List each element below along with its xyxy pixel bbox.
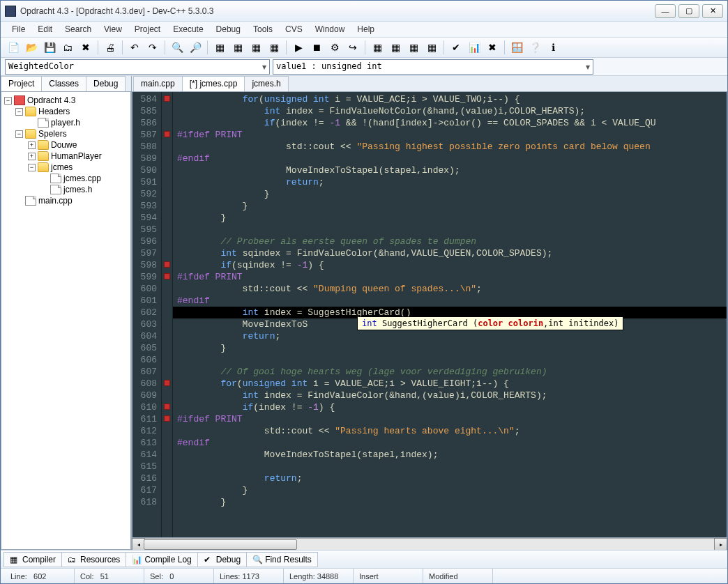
- code-line[interactable]: int sqindex = FindValueColor(&hand,VALUE…: [173, 247, 727, 259]
- window-button[interactable]: 🪟: [508, 39, 525, 56]
- fold-marker[interactable]: [164, 261, 170, 268]
- menu-item-view[interactable]: View: [98, 23, 128, 36]
- fold-marker[interactable]: [164, 380, 170, 386]
- compile-run-button[interactable]: ▦: [248, 39, 264, 56]
- code-line[interactable]: for(unsigned int i = VALUE_ACE;i > VALUE…: [173, 93, 727, 105]
- left-tab-classes[interactable]: Classes: [41, 76, 86, 91]
- fold-marker[interactable]: [164, 415, 170, 422]
- code-line[interactable]: return;: [173, 330, 727, 342]
- open-button[interactable]: 📂: [23, 39, 40, 56]
- code-line[interactable]: #ifdef PRINT: [173, 129, 727, 141]
- bottom-tab-find-results[interactable]: 🔍Find Results: [246, 552, 318, 567]
- menu-item-debug[interactable]: Debug: [211, 23, 246, 36]
- debug-button[interactable]: ▶: [290, 39, 307, 56]
- code-line[interactable]: // Probeer als eerste queen of spades te…: [173, 236, 727, 247]
- code-line[interactable]: }: [173, 496, 727, 508]
- code-lines[interactable]: for(unsigned int i = VALUE_ACE;i > VALUE…: [173, 92, 727, 537]
- chart-button[interactable]: 📊: [466, 39, 483, 56]
- menu-item-execute[interactable]: Execute: [167, 23, 208, 36]
- find-button[interactable]: 🔍: [169, 39, 185, 56]
- code-line[interactable]: }: [173, 188, 727, 200]
- tree-folder[interactable]: −Spelers: [3, 128, 129, 139]
- code-line[interactable]: MoveIndexToStapel(stapel,index);: [173, 164, 727, 176]
- help-button[interactable]: ❔: [526, 39, 543, 56]
- code-line[interactable]: std::cout << "Dumping queen of spades...…: [173, 283, 727, 295]
- compile-button[interactable]: ▦: [211, 39, 228, 56]
- horizontal-scrollbar[interactable]: [132, 538, 727, 550]
- tree-folder[interactable]: +HumanPlayer: [3, 151, 129, 162]
- left-tab-project[interactable]: Project: [1, 76, 42, 91]
- bottom-tab-compiler[interactable]: ▦Compiler: [3, 552, 62, 567]
- fold-marker[interactable]: [164, 273, 170, 279]
- save-all-button[interactable]: 🗂: [59, 39, 76, 56]
- code-line[interactable]: std::cout << "Passing hearts above eight…: [173, 425, 727, 437]
- code-line[interactable]: if(sqindex != -1) {: [173, 259, 727, 271]
- close-button[interactable]: ✕: [702, 4, 723, 18]
- code-line[interactable]: }: [173, 212, 727, 224]
- fold-marker[interactable]: [164, 404, 170, 410]
- project-tree[interactable]: −Opdracht 4.3 −Headers player.h −Spelers…: [1, 91, 131, 550]
- code-line[interactable]: }: [173, 200, 727, 212]
- member-combo[interactable]: value1 : unsigned int: [273, 59, 593, 75]
- profile-button[interactable]: ⚙: [326, 39, 343, 56]
- new-class-button[interactable]: ▦: [369, 39, 386, 56]
- code-editor[interactable]: 5845855865875885895905915925935945955965…: [132, 91, 727, 538]
- run-button[interactable]: ▦: [229, 39, 246, 56]
- code-line[interactable]: [173, 461, 727, 472]
- fold-marker[interactable]: [164, 95, 170, 102]
- editor-tab[interactable]: [*] jcmes.cpp: [182, 76, 245, 91]
- code-line[interactable]: #endif: [173, 437, 727, 449]
- tree-file[interactable]: jcmes.cpp: [3, 173, 129, 184]
- menu-item-project[interactable]: Project: [129, 23, 166, 36]
- about-button[interactable]: ℹ: [545, 39, 561, 56]
- tree-folder[interactable]: +Douwe: [3, 139, 129, 151]
- bookmark-button[interactable]: ▦: [405, 39, 422, 56]
- code-line[interactable]: #endif: [173, 295, 727, 307]
- menu-item-edit[interactable]: Edit: [32, 23, 58, 36]
- menu-item-file[interactable]: File: [6, 23, 31, 36]
- code-line[interactable]: #ifdef PRINT: [173, 271, 727, 283]
- redo-button[interactable]: ↷: [144, 39, 161, 56]
- code-line[interactable]: MoveIndexToStapel(stapel,index);: [173, 449, 727, 461]
- check-button[interactable]: ✔: [448, 39, 464, 56]
- save-button[interactable]: 💾: [41, 39, 58, 56]
- replace-button[interactable]: 🔎: [187, 39, 204, 56]
- insert-button[interactable]: ▦: [387, 39, 404, 56]
- tree-folder[interactable]: −Headers: [3, 106, 129, 117]
- code-line[interactable]: // Of gooi hoge hearts weg (lage voor ve…: [173, 366, 727, 378]
- menu-item-tools[interactable]: Tools: [248, 23, 278, 36]
- fold-strip[interactable]: [162, 92, 173, 537]
- new-file-button[interactable]: 📄: [5, 39, 22, 56]
- bottom-tab-compile-log[interactable]: 📊Compile Log: [126, 552, 197, 567]
- close-file-button[interactable]: ✖: [77, 39, 94, 56]
- tree-file[interactable]: main.cpp: [3, 195, 129, 206]
- editor-tab[interactable]: main.cpp: [133, 76, 183, 91]
- code-line[interactable]: }: [173, 342, 727, 354]
- code-line[interactable]: for(unsigned int i = VALUE_ACE;i > VALUE…: [173, 378, 727, 390]
- code-line[interactable]: [173, 354, 727, 366]
- code-line[interactable]: std::cout << "Passing highest possible z…: [173, 141, 727, 153]
- code-line[interactable]: if(index != -1) {: [173, 401, 727, 413]
- rebuild-button[interactable]: ▦: [266, 39, 282, 56]
- menu-item-cvs[interactable]: CVS: [280, 23, 308, 36]
- tree-file[interactable]: jcmes.h: [3, 184, 129, 195]
- bottom-tab-resources[interactable]: 🗂Resources: [61, 552, 126, 567]
- delete-button[interactable]: ✖: [484, 39, 501, 56]
- bottom-tab-debug[interactable]: ✔Debug: [197, 552, 247, 567]
- menu-item-search[interactable]: Search: [59, 23, 97, 36]
- tree-root[interactable]: −Opdracht 4.3: [3, 95, 129, 106]
- code-line[interactable]: if(index != -1 && !(hand[index]->color()…: [173, 117, 727, 129]
- tree-folder[interactable]: −jcmes: [3, 162, 129, 173]
- class-combo[interactable]: WeightedColor: [5, 59, 270, 75]
- fold-marker[interactable]: [164, 131, 170, 137]
- scroll-thumb[interactable]: [144, 539, 297, 550]
- goto-button[interactable]: ▦: [423, 39, 440, 56]
- undo-button[interactable]: ↶: [126, 39, 143, 56]
- editor-tab[interactable]: jcmes.h: [244, 76, 288, 91]
- step-button[interactable]: ↪: [344, 39, 361, 56]
- menu-item-help[interactable]: Help: [351, 23, 380, 36]
- code-line[interactable]: }: [173, 484, 727, 496]
- code-line[interactable]: return;: [173, 176, 727, 188]
- left-tab-debug[interactable]: Debug: [86, 76, 126, 91]
- menu-item-window[interactable]: Window: [310, 23, 351, 36]
